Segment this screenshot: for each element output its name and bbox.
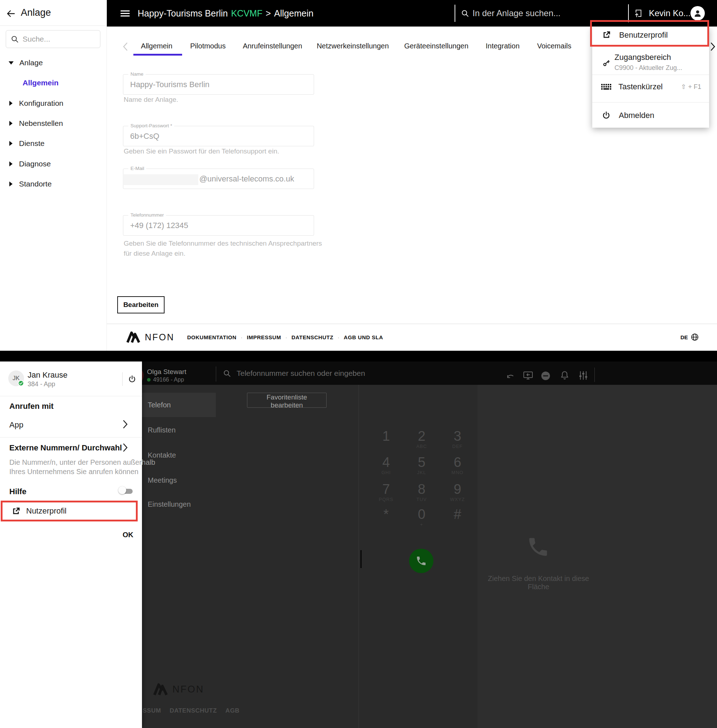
sidebar-search[interactable] [6,30,101,48]
caret-right-icon[interactable] [9,121,12,126]
hamburger-menu-icon[interactable] [121,9,130,18]
audio-settings-icon[interactable] [579,371,588,380]
sidebar-item-anlage[interactable]: Anlage [0,56,107,70]
footer-link-agb[interactable]: AGB UND SLA [344,334,383,340]
tab-geraeteeinstellungen[interactable]: Geräteeinstellungen [404,41,468,51]
avatar[interactable] [691,6,705,20]
check-icon [19,382,23,385]
sidebar-item-allgemein[interactable]: Allgemein [0,76,107,90]
tab-anrufeinstellungen[interactable]: Anrufeinstellungen [243,41,302,51]
bell-icon[interactable] [560,371,569,380]
tab-allgemein[interactable]: Allgemein [141,41,172,51]
language-switcher[interactable]: DE [680,324,699,351]
sidebar-item-standorte[interactable]: Standorte [0,177,107,191]
ok-button[interactable]: OK [113,531,133,539]
publish-icon[interactable] [633,8,643,18]
tabs-scroll-left-icon[interactable] [122,42,129,51]
dialpad-key-3[interactable]: 3DEF [439,429,475,454]
call-with-value[interactable]: App [9,420,23,430]
sidebar-item-konfiguration[interactable]: Konfiguration [0,96,107,110]
power-icon[interactable] [128,375,137,384]
tab-voicemails[interactable]: Voicemails [537,41,571,51]
app-footer-link-datenschutz[interactable]: DATENSCHUTZ [169,707,217,714]
dialpad-key-star[interactable]: * [368,507,404,532]
dialpad-key-4[interactable]: 4GHI [368,455,404,480]
nfon-logo-dimmed: NFON [153,682,204,696]
key-icon [601,58,611,68]
language-label: DE [680,334,688,340]
external-numbers-heading[interactable]: Externe Nummern/ Durchwahl [9,443,122,453]
dial-caret [360,550,362,568]
user-menu-item-abmelden[interactable]: Abmelden [601,111,654,120]
menu-divider [592,75,709,75]
app-nav-telefon[interactable]: Telefon [142,393,216,417]
search-icon [223,369,231,378]
dialpad-key-9[interactable]: 9WXYZ [439,482,475,507]
phone-field-helper: Geben Sie die Telefonnummer des technisc… [124,238,332,259]
tab-integration[interactable]: Integration [486,41,520,51]
shortcut-key: ⇧ + F1 [681,83,701,91]
edit-button[interactable]: Bearbeiten [117,296,165,313]
dialpad-key-7[interactable]: 7PQRS [368,482,404,507]
edit-favorites-button[interactable]: Favoritenliste bearbeiten [247,393,326,408]
dialpad-key-hash[interactable]: # [439,507,475,532]
content-divider [358,385,359,728]
caret-right-icon[interactable] [9,161,12,166]
panel-divider [0,437,142,438]
tabs-scroll-right-icon[interactable] [709,42,716,51]
footer-link-dokumentation[interactable]: DOKUMENTATION [187,334,236,340]
chevron-right-icon[interactable] [121,443,129,452]
user-menu-item-zugangsbereich[interactable]: Zugangsbereich C9900 - Aktueller Zug... [601,53,682,72]
sidebar-item-diagnose[interactable]: Diagnose [0,157,107,171]
caret-right-icon[interactable] [9,101,12,106]
benutzerprofil-highlight [590,20,709,47]
status-check-badge [18,380,24,386]
call-forward-icon[interactable] [505,371,516,381]
email-field-label: E-Mail [128,166,146,171]
drop-phone-icon [526,535,550,559]
app-nav-ruflisten[interactable]: Ruflisten [142,418,216,442]
sidebar-item-nebenstellen[interactable]: Nebenstellen [0,116,107,131]
sidebar-search-input[interactable] [22,34,88,44]
search-icon [11,35,19,43]
app-nav-meetings[interactable]: Meetings [142,468,216,492]
menu-divider [592,102,709,102]
help-toggle-knob[interactable] [118,486,126,494]
dialpad-key-2[interactable]: 2ABC [404,429,439,454]
do-not-disturb-icon[interactable] [541,371,551,381]
phone-number-search-input[interactable] [236,362,437,385]
panel-user-name: Jan Krause [27,371,67,380]
back-arrow-icon[interactable] [6,9,16,19]
footer-link-impressum[interactable]: IMPRESSUM [247,334,281,340]
app-footer-link-impressum-cut[interactable]: SSUM [143,707,161,714]
app-user-ext: 49166 - App [153,377,184,383]
app-footer-link-agb[interactable]: AGB [226,707,240,714]
tab-pilotmodus[interactable]: Pilotmodus [191,41,226,51]
app-nav-einstellungen[interactable]: Einstellungen [142,492,216,516]
caret-right-icon[interactable] [9,141,12,146]
dialpad-key-1[interactable]: 1 [368,429,404,454]
chevron-right-icon[interactable] [121,420,129,429]
footer-link-datenschutz[interactable]: DATENSCHUTZ [291,334,333,340]
sidebar-item-dienste[interactable]: Dienste [0,136,107,151]
nfon-logo-mark [126,330,141,344]
screen-share-icon[interactable] [523,371,534,380]
dialpad-key-6[interactable]: 6MNO [439,455,475,480]
nutzerprofil-item[interactable]: Nutzerprofil [1,501,138,522]
caret-down-icon[interactable] [9,61,14,64]
nfon-logo-mark [153,682,169,696]
caret-right-icon[interactable] [9,182,12,186]
call-with-heading: Anrufen mit [9,401,53,411]
dialpad-key-8[interactable]: 8TUV [404,482,439,507]
nfon-logo-text: NFON [145,332,175,342]
breadcrumb-page: Allgemein [274,8,314,19]
dialpad-key-5[interactable]: 5JKL [404,455,439,480]
header-divider [628,4,629,22]
user-menu-item-tastenkuerzel[interactable]: Tastenkürzel ⇧ + F1 [601,82,701,92]
contact-drop-region[interactable] [477,385,717,728]
support-password-value: 6b+CsQ [130,126,159,147]
tab-netzwerkeinstellungen[interactable]: Netzwerkeinstellungen [317,41,389,51]
dialpad-key-0[interactable]: 0+ [404,507,439,532]
call-button[interactable] [409,549,433,573]
panel-divider [0,396,142,396]
